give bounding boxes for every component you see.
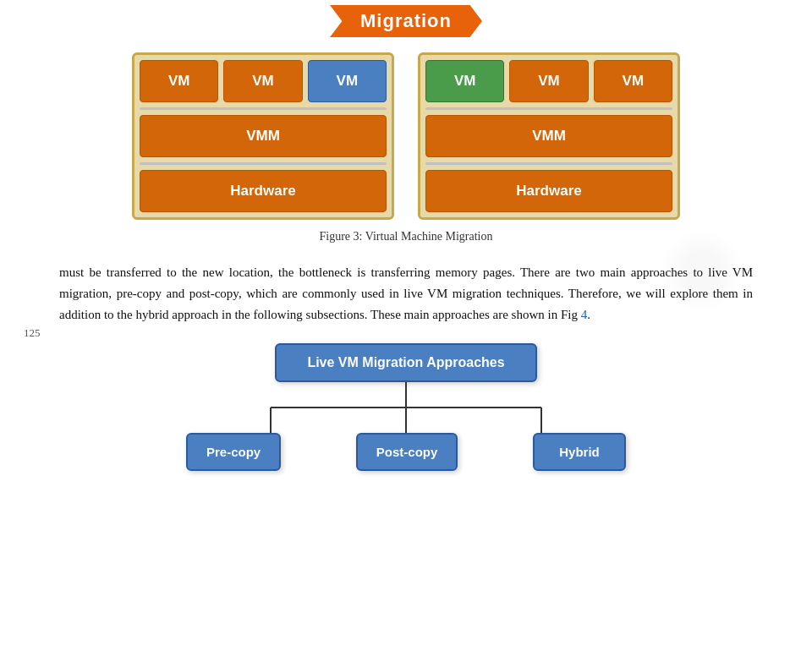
figure-caption: Figure 3: Virtual Machine Migration [0, 230, 812, 243]
vm-cell-left-1: VM [140, 60, 218, 102]
vm-diagram-container: VM VM VM VMM Hardware VM VM VM VMM Hardw… [0, 52, 812, 220]
flow-box-postcopy: Post-copy [356, 433, 458, 471]
flow-bottom-row: Pre-copy Post-copy Hybrid [186, 433, 626, 471]
line-number: 125 [24, 326, 41, 340]
flow-box-precopy: Pre-copy [186, 433, 281, 471]
flow-diagram: Live VM Migration Approaches Pre-copy Po… [0, 343, 812, 488]
flow-col-hybrid: Hybrid [533, 433, 626, 471]
flow-col-postcopy: Post-copy [356, 433, 458, 471]
paragraph-text-before: must be transferred to the new location,… [59, 265, 753, 321]
migration-banner: Migration [330, 5, 482, 37]
vm-separator-right-1 [425, 107, 672, 110]
flow-box-hybrid: Hybrid [533, 433, 626, 471]
flow-col-precopy: Pre-copy [186, 433, 281, 471]
flow-connector-svg [186, 382, 626, 433]
vm-separator-right-2 [425, 162, 672, 165]
hardware-right: Hardware [425, 170, 672, 212]
vm-separator-left-2 [140, 162, 387, 165]
vm-row-right: VM VM VM [425, 60, 672, 102]
vmm-right: VMM [425, 115, 672, 157]
vm-box-left: VM VM VM VMM Hardware [132, 52, 394, 220]
body-text-area: 125 must be transferred to the new locat… [0, 262, 812, 325]
vm-separator-left-1 [140, 107, 387, 110]
body-paragraph: must be transferred to the new location,… [59, 262, 753, 325]
hardware-left: Hardware [140, 170, 387, 212]
vm-row-left: VM VM VM [140, 60, 387, 102]
vm-cell-right-3: VM [594, 60, 672, 102]
paragraph-text-end: . [587, 308, 590, 321]
vm-cell-right-1: VM [425, 60, 504, 102]
vmm-left: VMM [140, 115, 387, 157]
vm-cell-left-2: VM [223, 60, 302, 102]
vm-cell-right-2: VM [509, 60, 588, 102]
flow-top-box: Live VM Migration Approaches [275, 343, 536, 382]
migration-banner-container: Migration [0, 0, 812, 37]
vm-cell-left-3: VM [308, 60, 387, 102]
page: Migration VM VM VM VMM Hardware VM VM VM… [0, 0, 812, 651]
vm-box-right: VM VM VM VMM Hardware [418, 52, 680, 220]
